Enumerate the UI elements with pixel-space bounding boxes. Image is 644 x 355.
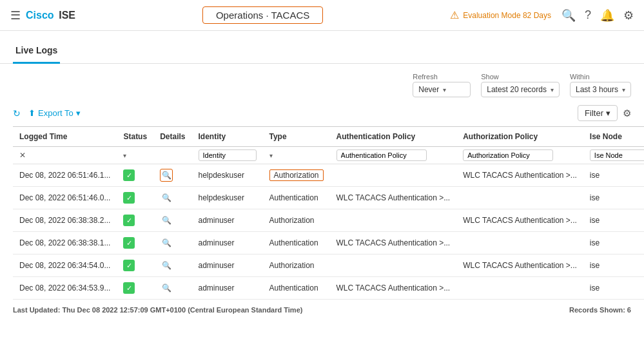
detail-icon[interactable]: 🔍 [160, 282, 173, 294]
detail-icon[interactable]: 🔍 [160, 214, 173, 227]
cell-ise-node: ise [583, 209, 644, 232]
cell-auth-policy [330, 164, 457, 187]
within-chevron-icon: ▾ [622, 86, 625, 93]
filter-row: ✕ ▾ ▾ [13, 147, 644, 164]
refresh-control: Refresh Never ▾ [413, 73, 471, 97]
cell-authz-policy [456, 232, 583, 254]
cell-logged-time[interactable]: Dec 08, 2022 06:38:38.2... [13, 209, 117, 232]
cell-details[interactable]: 🔍 [153, 209, 191, 232]
last-updated-text: Last Updated: Thu Dec 08 2022 12:57:09 G… [13, 306, 302, 314]
cell-details[interactable]: 🔍 [153, 277, 191, 300]
cell-logged-time[interactable]: Dec 08, 2022 06:51:46.0... [13, 187, 117, 209]
refresh-label: Refresh [413, 73, 438, 81]
actions-right: Filter ▾ ⚙ [578, 105, 631, 121]
status-check-icon: ✓ [123, 215, 135, 226]
export-chevron-icon: ▾ [76, 108, 81, 118]
cell-details[interactable]: 🔍 [153, 187, 191, 209]
cell-type: Authorization [263, 164, 330, 187]
records-shown-text: Records Shown: 6 [569, 306, 631, 314]
col-ise-node: Ise Node [583, 127, 644, 147]
export-icon: ⬆ [28, 108, 35, 118]
controls-bar: Refresh Never ▾ Show Latest 20 records ▾… [0, 64, 644, 102]
detail-icon[interactable]: 🔍 [160, 169, 173, 182]
identity-filter-input[interactable] [199, 149, 257, 161]
detail-icon[interactable]: 🔍 [160, 236, 173, 249]
cell-auth-policy [330, 254, 457, 277]
cell-type: Authorization [263, 209, 330, 232]
cell-identity: adminuser [192, 277, 263, 300]
ise-node-filter-input[interactable] [590, 149, 644, 161]
filter-details-cell [153, 147, 191, 164]
table-row: Dec 08, 2022 06:34:53.9...✓🔍adminuserAut… [13, 277, 644, 300]
eval-warning[interactable]: ⚠ Evaluation Mode 82 Days [450, 9, 551, 21]
cell-logged-time[interactable]: Dec 08, 2022 06:51:46.1... [13, 164, 117, 187]
within-dropdown[interactable]: Last 3 hours ▾ [570, 82, 631, 97]
cell-logged-time[interactable]: Dec 08, 2022 06:38:38.1... [13, 232, 117, 254]
filter-ise-node-cell [583, 147, 644, 164]
search-icon[interactable]: 🔍 [561, 8, 576, 23]
table-header-row: Logged Time Status Details Identity Type… [13, 127, 644, 147]
live-logs-tab[interactable]: Live Logs [13, 40, 60, 64]
within-value: Last 3 hours [576, 85, 618, 94]
detail-icon[interactable]: 🔍 [160, 191, 173, 204]
hamburger-icon[interactable]: ☰ [10, 8, 21, 23]
type-filter-chevron[interactable]: ▾ [269, 152, 273, 159]
cell-authz-policy: WLC TACACS Authentication >... [456, 164, 583, 187]
cell-status: ✓ [117, 254, 153, 277]
cell-details[interactable]: 🔍 [153, 232, 191, 254]
cell-details[interactable]: 🔍 [153, 164, 191, 187]
cell-auth-policy: WLC TACACS Authentication >... [330, 232, 457, 254]
cell-authz-policy: WLC TACACS Authentication >... [456, 209, 583, 232]
filter-type-cell: ▾ [263, 147, 330, 164]
filter-button[interactable]: Filter ▾ [578, 105, 618, 121]
cell-status: ✓ [117, 277, 153, 300]
export-button[interactable]: ⬆ Export To ▾ [28, 108, 81, 118]
cell-details[interactable]: 🔍 [153, 254, 191, 277]
nav-left: ☰ Cisco ISE [10, 8, 75, 23]
actions-left: ↻ ⬆ Export To ▾ [13, 108, 81, 119]
notifications-icon[interactable]: 🔔 [600, 8, 614, 23]
refresh-chevron-icon: ▾ [443, 86, 446, 93]
auth-policy-filter-input[interactable] [337, 149, 427, 161]
cell-logged-time[interactable]: Dec 08, 2022 06:34:54.0... [13, 254, 117, 277]
help-icon[interactable]: ? [585, 8, 591, 22]
cell-identity: adminuser [192, 209, 263, 232]
settings-icon[interactable]: ⚙ [623, 8, 634, 23]
cell-auth-policy: WLC TACACS Authentication >... [330, 187, 457, 209]
filter-status-cell: ▾ [117, 147, 153, 164]
col-identity: Identity [192, 127, 263, 147]
cell-authz-policy [456, 277, 583, 300]
clear-filter-icon[interactable]: ✕ [19, 151, 26, 160]
nav-icons: 🔍 ? 🔔 ⚙ [561, 8, 634, 23]
refresh-action-icon[interactable]: ↻ [13, 108, 21, 119]
warning-icon: ⚠ [450, 9, 459, 21]
cell-type: Authorization [263, 254, 330, 277]
eval-warning-text: Evaluation Mode 82 Days [463, 11, 551, 20]
status-filter-chevron[interactable]: ▾ [123, 152, 126, 159]
col-status: Status [117, 127, 153, 147]
status-check-icon: ✓ [123, 169, 135, 181]
cell-type: Authentication [263, 232, 330, 254]
filter-label: Filter [585, 108, 603, 118]
detail-icon[interactable]: 🔍 [160, 259, 173, 272]
cell-auth-policy: WLC TACACS Authentication >... [330, 277, 457, 300]
show-value: Latest 20 records [487, 85, 547, 94]
filter-identity-cell [192, 147, 263, 164]
cell-logged-time[interactable]: Dec 08, 2022 06:34:53.9... [13, 277, 117, 300]
cell-status: ✓ [117, 232, 153, 254]
col-auth-policy: Authentication Policy [330, 127, 457, 147]
cell-status: ✓ [117, 187, 153, 209]
refresh-dropdown[interactable]: Never ▾ [413, 82, 471, 97]
authz-policy-filter-input[interactable] [463, 149, 553, 161]
cell-type: Authentication [263, 187, 330, 209]
cisco-logo: Cisco ISE [26, 10, 75, 21]
logs-table: Logged Time Status Details Identity Type… [13, 126, 644, 300]
cell-status: ✓ [117, 164, 153, 187]
column-settings-icon[interactable]: ⚙ [623, 108, 631, 119]
show-dropdown[interactable]: Latest 20 records ▾ [481, 82, 560, 97]
cell-ise-node: ise [583, 277, 644, 300]
table-footer: Last Updated: Thu Dec 08 2022 12:57:09 G… [0, 300, 644, 320]
table-row: Dec 08, 2022 06:38:38.2...✓🔍adminuserAut… [13, 209, 644, 232]
show-chevron-icon: ▾ [551, 86, 554, 93]
cell-identity: adminuser [192, 254, 263, 277]
